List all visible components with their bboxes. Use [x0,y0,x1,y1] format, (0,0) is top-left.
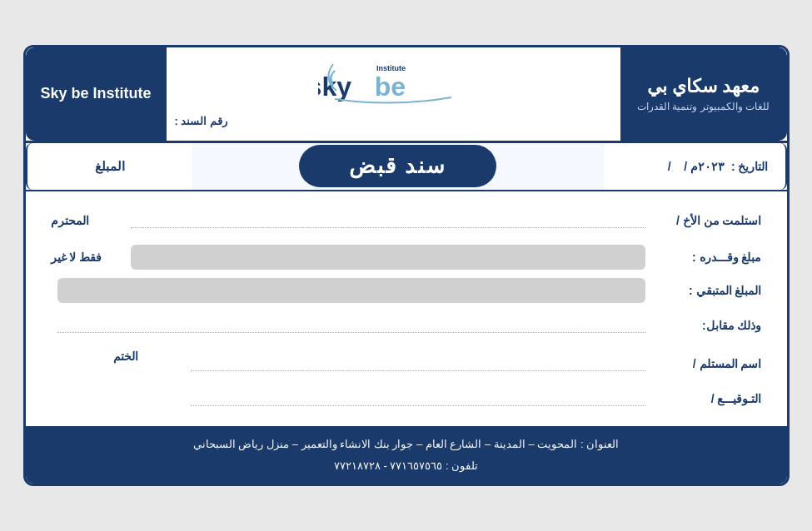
label-receiver: اسم المستلم / [662,357,762,370]
dots-receiver [191,356,645,371]
form-row-against: وذلك مقابل: [51,311,762,340]
header-center-panel: Institute sky be رقم السند : [167,47,620,141]
header: معهد سكاي بي للغات والكمبيوتر وتنمية الق… [26,47,787,143]
dots-signature [191,391,645,406]
form-row-amount: مبلغ وقـــدره : فقط لا غير [51,245,762,270]
footer: العنوان : المحويت – المدينة – الشارع الع… [26,426,787,484]
form-row-remaining: المبلغ المتبقي : [51,278,762,303]
form-body: استلمت من الأخ / المحترم مبلغ وقـــدره :… [26,191,787,426]
logo-svg: Institute sky be [318,56,468,110]
footer-address: العنوان : المحويت – المدينة – الشارع الع… [42,434,770,454]
remaining-input-bar[interactable] [57,278,645,303]
label-only: فقط لا غير [51,251,117,264]
form-row-recipient: استلمت من الأخ / المحترم [51,206,762,235]
title-date-section: التاريخ : ٢٠٢٣م / / [604,143,787,190]
document-container: معهد سكاي بي للغات والكمبيوتر وتنمية الق… [23,45,790,487]
footer-phone: ٧٧١٦٥٧٥٦٥ - ٧٧٢١٨٧٢٨ [334,456,443,475]
amount-input-bar[interactable] [131,245,645,270]
dots-recipient [131,213,645,228]
date-label: التاريخ : [731,160,769,173]
form-row-signature: التـوقيـــع / [184,385,762,413]
label-amount: مبلغ وقـــدره : [662,251,762,264]
label-signature: التـوقيـــع / [662,392,762,405]
label-remaining: المبلغ المتبقي : [662,284,762,297]
header-right-panel: معهد سكاي بي للغات والكمبيوتر وتنمية الق… [620,47,787,141]
label-recipient-right: استلمت من الأخ / [662,214,762,227]
header-left-panel: Sky be Institute [26,47,167,141]
form-row-receiver: اسم المستلم / [184,350,762,378]
doc-number-label: رقم السند : [175,115,228,127]
footer-phone-row: تلفون : ٧٧١٦٥٧٥٦٥ - ٧٧٢١٨٧٢٨ [42,456,770,475]
amount-label: المبلغ [26,143,192,190]
date-year: ٢٠٢٣م [690,160,725,173]
institute-name-ar: معهد سكاي بي [647,76,760,97]
institute-name-en: Sky be Institute [41,85,152,102]
label-against: وذلك مقابل: [662,319,762,332]
date-slash1: / [684,160,687,173]
svg-text:be: be [375,72,406,102]
label-recipient-left: المحترم [51,214,117,227]
date-slash2: / [668,160,671,173]
title-center: سند قبض [192,143,604,190]
stamp-label: الختم [113,350,138,363]
svg-text:sky: sky [318,72,351,102]
logo-container: Institute sky be [318,56,468,110]
footer-phone-label: تلفون : [446,459,478,472]
document-title: سند قبض [299,145,496,187]
title-band: التاريخ : ٢٠٢٣م / / سند قبض المبلغ [26,143,787,191]
doc-number-row: رقم السند : [175,110,612,132]
institute-subtitle-ar: للغات والكمبيوتر وتنمية القدرات [637,101,770,112]
dots-against [57,318,645,333]
